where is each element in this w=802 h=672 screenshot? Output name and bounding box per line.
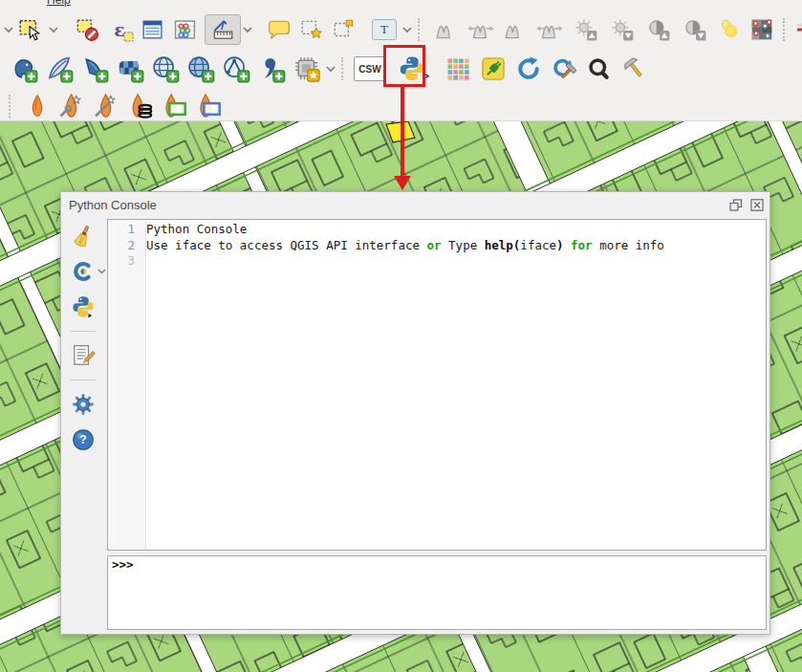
upgrade-plugins-button[interactable] [546, 54, 581, 84]
help-button[interactable]: ? [69, 426, 98, 453]
histogram-arrows-icon [466, 17, 495, 42]
checkered-db-icon [116, 54, 144, 83]
full-histogram-stretch-button[interactable] [463, 14, 499, 45]
select-features-button[interactable] [14, 14, 47, 45]
interpolation-layers-button[interactable] [122, 92, 157, 120]
toolbar-separator [783, 18, 791, 41]
histogram-arrows-icon [535, 17, 564, 42]
plugin-icon [480, 55, 507, 82]
float-window-button[interactable] [728, 198, 743, 211]
interpolation-green-extent-button[interactable] [157, 92, 191, 120]
provider-dropdown-chevron[interactable] [324, 54, 336, 84]
measure-ruler-icon [210, 17, 235, 42]
interpolation-wand-button[interactable] [88, 92, 122, 120]
georeferencer-button[interactable] [746, 14, 778, 45]
measure-tool-button[interactable] [205, 14, 241, 45]
add-oracle-layer-button[interactable] [112, 54, 147, 84]
annotation-dropdown-chevron[interactable] [401, 14, 413, 45]
add-spatialite-layer-button[interactable] [41, 54, 76, 84]
show-bookmarks-button[interactable] [328, 14, 360, 45]
add-postgis-layer-button[interactable] [6, 54, 41, 84]
console-code-lines: 1Python Console2Use iface to access QGIS… [108, 222, 766, 270]
measure-dropdown-chevron[interactable] [241, 14, 253, 45]
show-editor-button[interactable] [69, 342, 98, 369]
local-cumulative-stretch-button[interactable] [499, 14, 531, 45]
glow-icon [717, 17, 742, 42]
text-annotation-icon: T [372, 19, 397, 40]
flame-icon [25, 94, 50, 119]
python-icon [71, 294, 96, 319]
processing-provider-button[interactable] [289, 54, 324, 84]
add-wms-layer-button[interactable] [147, 54, 183, 84]
close-window-button[interactable] [749, 198, 764, 211]
options-button[interactable] [69, 391, 98, 418]
python-console-title: Python Console [61, 198, 157, 212]
line-number-margin [108, 220, 146, 550]
script-editor-icon [71, 343, 96, 368]
interpolation-settings-button[interactable] [54, 92, 88, 120]
wfs-globe-icon [222, 54, 250, 83]
python-console-sidebar: ? [61, 217, 105, 634]
local-histogram-stretch-button[interactable] [430, 14, 463, 45]
refresh-plugins-button[interactable] [510, 54, 546, 84]
comma-icon [257, 54, 286, 83]
deselect-features-button[interactable] [71, 14, 103, 45]
increase-brightness-button[interactable] [568, 14, 604, 45]
annotation-red-box [383, 45, 425, 87]
clear-console-button[interactable] [69, 223, 98, 249]
add-wcs-layer-button[interactable] [183, 54, 218, 84]
customize-toolbars-button[interactable] [617, 54, 652, 84]
magnifier-icon [586, 55, 613, 82]
metasearch-catalog-button[interactable] [440, 54, 475, 84]
add-wfs-layer-button[interactable] [218, 54, 253, 84]
decrease-brightness-button[interactable] [604, 14, 640, 45]
clipped-toolbar-icon[interactable] [795, 14, 802, 45]
add-delimited-text-layer-button[interactable] [253, 54, 289, 84]
map-tips-button[interactable] [263, 14, 295, 45]
python-console-window: Python Console ? 1Python Con [60, 191, 770, 635]
new-bookmark-icon [299, 17, 324, 42]
close-icon [750, 199, 764, 211]
feather-icon [45, 54, 74, 83]
toolbar-separator [9, 95, 17, 118]
new-bookmark-button[interactable] [295, 14, 328, 45]
import-class-chevron[interactable] [98, 269, 106, 274]
run-command-button[interactable] [69, 293, 98, 320]
full-cumulative-stretch-button[interactable] [531, 14, 568, 45]
search-plugins-button[interactable] [581, 54, 617, 84]
open-attribute-table-button[interactable] [136, 14, 168, 45]
contrast-up-icon [646, 17, 671, 42]
qgis-application: Help ε T [0, 0, 802, 672]
highlight-pinned-labels-button[interactable] [713, 14, 746, 45]
brightness-up-icon [574, 17, 598, 42]
float-icon [729, 199, 743, 211]
toolbar-extension-chevron-icon[interactable] [2, 14, 14, 45]
console-output-area[interactable]: 1Python Console2Use iface to access QGIS… [107, 219, 767, 551]
interpolation-blue-extent-button[interactable] [191, 92, 226, 120]
select-dropdown-chevron[interactable] [47, 14, 59, 45]
text-annotation-button[interactable]: T [368, 14, 401, 45]
toolbar-separator [341, 57, 350, 80]
decrease-contrast-button[interactable] [677, 14, 713, 45]
import-class-icon [72, 260, 95, 283]
import-class-button[interactable] [69, 258, 98, 285]
menu-help[interactable]: Help [47, 0, 71, 7]
python-console-titlebar[interactable]: Python Console [61, 192, 769, 217]
hammer-wand-icon [621, 55, 648, 82]
csw-metasearch-button[interactable]: CSW [354, 56, 386, 81]
manage-plugins-button[interactable] [475, 54, 510, 84]
add-mssql-layer-button[interactable] [76, 54, 112, 84]
wms-globe-icon [151, 54, 180, 83]
increase-contrast-button[interactable] [640, 14, 677, 45]
expression-square-icon [123, 32, 134, 42]
statistical-summary-button[interactable] [168, 14, 201, 45]
select-by-expression-button[interactable]: ε [103, 14, 136, 45]
broom-icon [71, 224, 96, 249]
deselect-icon [75, 17, 99, 42]
sail-icon [80, 54, 109, 83]
annotation-red-arrow [401, 87, 404, 177]
attributes-toolbar: ε T [0, 11, 802, 48]
interpolation-button[interactable] [21, 92, 54, 120]
console-input-area[interactable]: >>> [107, 555, 767, 630]
select-rectangle-icon [18, 17, 43, 42]
